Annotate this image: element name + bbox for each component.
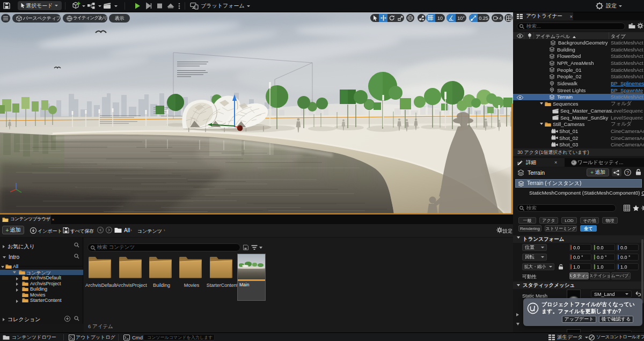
- svg-text:?: ?: [626, 170, 629, 175]
